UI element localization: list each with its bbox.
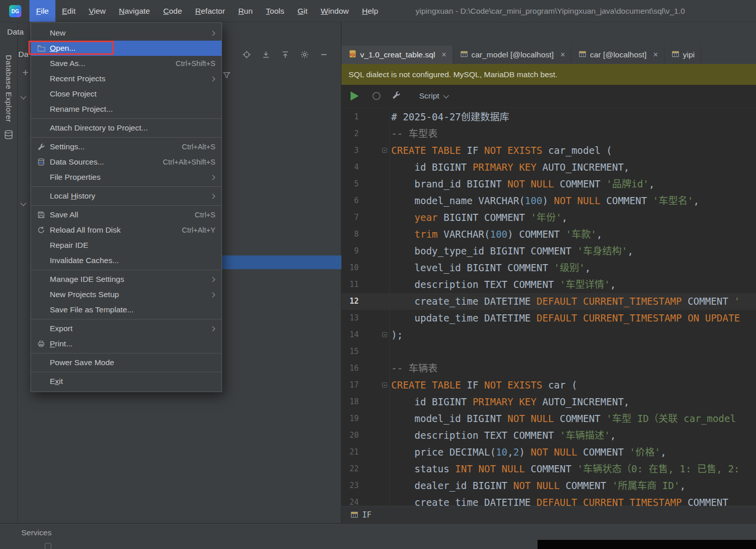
breadcrumb-label[interactable]: IF	[362, 510, 371, 520]
menu-item-local-history[interactable]: Local History	[31, 188, 222, 204]
code-line-22[interactable]: 22 status INT NOT NULL COMMENT '车辆状态（0: …	[341, 461, 756, 477]
code-line-8[interactable]: 8 trim VARCHAR(100) COMMENT '车款',	[341, 226, 756, 243]
fold-marker-icon[interactable]	[382, 332, 387, 337]
target-icon[interactable]	[241, 49, 251, 59]
tool-window-button-database-explorer[interactable]: Database Explorer	[5, 55, 13, 122]
menubar-item-edit[interactable]: Edit	[55, 0, 82, 22]
settings-wrench-icon[interactable]	[392, 90, 401, 102]
menu-item-file-properties[interactable]: File Properties	[31, 170, 222, 185]
menu-item-exit[interactable]: Exit	[31, 374, 222, 389]
tool-window-button-services[interactable]: Services	[21, 528, 51, 537]
editor-tab-car-localhost[interactable]: car [@localhost]×	[572, 46, 665, 64]
fold-marker-icon[interactable]	[382, 148, 387, 153]
code-line-14[interactable]: 14);	[341, 327, 756, 343]
menu-item-close-project[interactable]: Close Project	[31, 86, 222, 102]
submenu-arrow-icon	[210, 277, 215, 282]
menubar-item-help[interactable]: Help	[355, 0, 385, 22]
minus-icon[interactable]	[319, 49, 329, 59]
session-circle-icon[interactable]	[372, 92, 381, 100]
menu-item-manage-ide-settings[interactable]: Manage IDE Settings	[31, 272, 222, 287]
menubar-item-git[interactable]: Git	[291, 0, 314, 22]
menubar-item-run[interactable]: Run	[232, 0, 259, 22]
menu-item-attach-directory-to-project[interactable]: Attach Directory to Project...	[31, 120, 222, 136]
menu-item-rename-project[interactable]: Rename Project...	[31, 102, 222, 117]
database-icon[interactable]	[4, 130, 14, 142]
code-line-16[interactable]: 16-- 车辆表	[341, 360, 756, 377]
close-icon[interactable]: ×	[560, 50, 565, 59]
code-line-7[interactable]: 7 year BIGINT COMMENT '年份',	[341, 209, 756, 226]
filter-funnel-icon[interactable]	[223, 71, 231, 81]
menubar-item-file[interactable]: File	[29, 0, 55, 22]
gutter-fold-column	[359, 360, 389, 377]
code-text: level_id BIGINT COMMENT '级别',	[389, 260, 591, 276]
submenu-arrow-icon	[210, 292, 215, 297]
menu-item-save-all[interactable]: Save AllCtrl+S	[31, 207, 222, 222]
code-line-5[interactable]: 5 brand_id BIGINT NOT NULL COMMENT '品牌id…	[341, 176, 756, 192]
code-line-20[interactable]: 20 description TEXT COMMENT '车辆描述',	[341, 427, 756, 444]
expand-all-icon[interactable]	[280, 49, 290, 59]
code-line-4[interactable]: 4 id BIGINT PRIMARY KEY AUTO_INCREMENT,	[341, 159, 756, 176]
menu-item-export[interactable]: Export	[31, 321, 222, 336]
menu-item-label: File Properties	[50, 173, 201, 182]
menu-item-new[interactable]: New	[31, 25, 222, 41]
code-line-3[interactable]: 3CREATE TABLE IF NOT EXISTS car_model (	[341, 142, 756, 159]
add-icon[interactable]: +	[22, 67, 28, 79]
code-line-13[interactable]: 13 update_time DATETIME DEFAULT CURRENT_…	[341, 310, 756, 327]
close-icon[interactable]: ×	[653, 50, 658, 59]
menu-item-recent-projects[interactable]: Recent Projects	[31, 71, 222, 86]
editor-tab-yipi[interactable]: yipi	[665, 46, 701, 64]
menubar-item-tools[interactable]: Tools	[259, 0, 291, 22]
menu-item-invalidate-caches[interactable]: Invalidate Caches...	[31, 253, 222, 268]
close-icon[interactable]: ×	[442, 50, 446, 59]
selected-tree-row[interactable]	[222, 255, 341, 269]
code-line-24[interactable]: 24 create_time DATETIME DEFAULT CURRENT_…	[341, 494, 756, 506]
run-script-icon[interactable]	[351, 91, 359, 101]
code-line-17[interactable]: 17CREATE TABLE IF NOT EXISTS car (	[341, 377, 756, 394]
collapse-all-icon[interactable]	[261, 49, 271, 59]
line-number: 5	[343, 176, 359, 192]
menu-item-data-sources[interactable]: Data Sources...Ctrl+Alt+Shift+S	[31, 154, 222, 170]
code-line-9[interactable]: 9 body_type_id BIGINT COMMENT '车身结构',	[341, 243, 756, 260]
partial-tool-icon	[45, 543, 51, 549]
menu-item-repair-ide[interactable]: Repair IDE	[31, 238, 222, 253]
code-line-23[interactable]: 23 dealer_id BIGINT NOT NULL COMMENT '所属…	[341, 477, 756, 494]
menu-item-reload-all-from-disk[interactable]: Reload All from DiskCtrl+Alt+Y	[31, 222, 222, 238]
code-line-18[interactable]: 18 id BIGINT PRIMARY KEY AUTO_INCREMENT,	[341, 394, 756, 410]
run-configuration-dropdown[interactable]: Script	[419, 91, 448, 101]
menubar-item-view[interactable]: View	[82, 0, 112, 22]
menu-item-save-file-as-template[interactable]: Save File as Template...	[31, 302, 222, 317]
chevron-down-icon[interactable]	[21, 198, 25, 207]
code-line-1[interactable]: 1# 2025-04-27创建数据库	[341, 109, 756, 125]
gear-icon[interactable]	[299, 49, 309, 59]
menu-item-settings[interactable]: Settings...Ctrl+Alt+S	[31, 139, 222, 154]
code-line-10[interactable]: 10 level_id BIGINT COMMENT '级别',	[341, 260, 756, 276]
code-line-12[interactable]: 12 create_time DATETIME DEFAULT CURRENT_…	[341, 293, 756, 310]
code-area[interactable]: 1# 2025-04-27创建数据库2-- 车型表3CREATE TABLE I…	[341, 108, 756, 506]
data-sources-icon	[36, 157, 46, 167]
gutter-fold-column	[359, 226, 389, 243]
menu-item-label: Exit	[50, 377, 215, 386]
code-text: CREATE TABLE IF NOT EXISTS car_model (	[389, 142, 612, 159]
code-line-11[interactable]: 11 description TEXT COMMENT '车型详情',	[341, 276, 756, 293]
code-line-15[interactable]: 15	[341, 343, 756, 360]
fold-marker-icon[interactable]	[382, 382, 387, 387]
editor-tab-car-model-localhost[interactable]: car_model [@localhost]×	[453, 46, 572, 64]
menubar-item-navigate[interactable]: Navigate	[112, 0, 156, 22]
menu-item-print[interactable]: Print...	[31, 336, 222, 351]
menu-item-save-as[interactable]: Save As...Ctrl+Shift+S	[31, 56, 222, 71]
menu-item-label: Print...	[50, 339, 215, 348]
editor-tab-v-1-0-creat-table-sql[interactable]: SQLv_1.0_creat_table.sql×	[341, 46, 453, 64]
gutter-fold-column	[359, 377, 389, 394]
chevron-down-icon[interactable]	[21, 91, 25, 101]
menubar-item-code[interactable]: Code	[156, 0, 188, 22]
code-line-21[interactable]: 21 price DECIMAL(10,2) NOT NULL COMMENT …	[341, 444, 756, 461]
menubar-item-window[interactable]: Window	[314, 0, 355, 22]
code-line-6[interactable]: 6 model_name VARCHAR(100) NOT NULL COMME…	[341, 192, 756, 209]
menu-item-new-projects-setup[interactable]: New Projects Setup	[31, 287, 222, 302]
menubar-item-refactor[interactable]: Refactor	[188, 0, 232, 22]
gutter-fold-column	[359, 394, 389, 410]
line-number: 3	[343, 142, 359, 159]
menu-item-power-save-mode[interactable]: Power Save Mode	[31, 355, 222, 370]
code-line-19[interactable]: 19 model_id BIGINT NOT NULL COMMENT '车型 …	[341, 410, 756, 427]
code-line-2[interactable]: 2-- 车型表	[341, 125, 756, 142]
